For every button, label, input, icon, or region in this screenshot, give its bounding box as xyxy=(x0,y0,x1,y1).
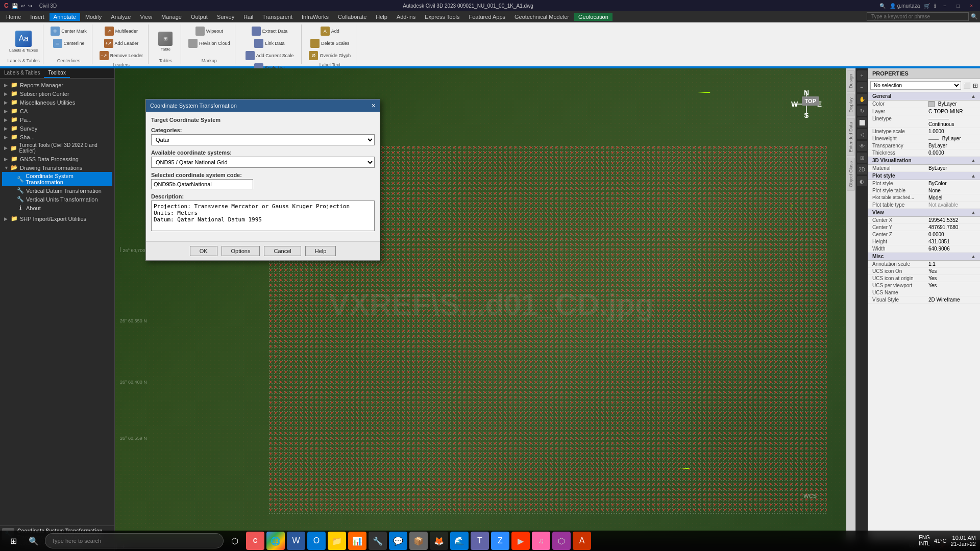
selected-code-input[interactable] xyxy=(151,179,253,189)
sidebar-item-pa[interactable]: ▶ 📁 Pa... xyxy=(2,115,112,124)
sidebar-tab-toolbox[interactable]: Toolbox xyxy=(44,68,69,78)
taskbar-app-app11[interactable]: ⬡ xyxy=(552,532,571,550)
minimize-btn[interactable]: − xyxy=(940,3,949,9)
sidebar-item-shp-import[interactable]: ▶ 📁 SHP Import/Export Utilities xyxy=(2,214,112,223)
taskbar-app-word[interactable]: W xyxy=(287,532,305,550)
taskbar-search-box[interactable]: Type here to search xyxy=(45,533,224,548)
menu-addins[interactable]: Add-ins xyxy=(393,13,420,21)
menu-geotech[interactable]: Geotechnical Modeler xyxy=(510,13,573,21)
prop-section-plot-style[interactable]: Plot style ▲ xyxy=(868,172,980,180)
task-view-btn[interactable]: ⬡ xyxy=(226,532,244,550)
cart-icon[interactable]: 🛒 xyxy=(924,3,930,9)
sidebar-tab-labels[interactable]: Labels & Tables xyxy=(0,68,44,78)
menu-collaborate[interactable]: Collaborate xyxy=(334,13,371,21)
dialog-cancel-btn[interactable]: Cancel xyxy=(264,246,301,256)
side-tab-design[interactable]: Design xyxy=(847,70,855,92)
canvas-tool-pan[interactable]: ✋ xyxy=(857,94,867,104)
canvas-tool-zoom-out[interactable]: − xyxy=(857,82,867,92)
ribbon-btn-remove-leader[interactable]: −↗ Remove Leader xyxy=(97,50,145,61)
ribbon-btn-add-data[interactable]: Extract Data xyxy=(250,26,290,37)
canvas-tool-orbit[interactable]: ↻ xyxy=(857,106,867,116)
taskbar-app-explorer[interactable]: 📁 xyxy=(328,532,346,550)
taskbar-app-outlook[interactable]: O xyxy=(307,532,326,550)
menu-output[interactable]: Output xyxy=(187,13,212,21)
properties-quick-select-btn[interactable]: ⬜ xyxy=(963,82,971,89)
menu-manage[interactable]: Manage xyxy=(157,13,186,21)
dialog-close-btn[interactable]: × xyxy=(372,102,376,110)
taskbar-app-firefox[interactable]: 🦊 xyxy=(430,532,448,550)
sidebar-item-miscell[interactable]: ▶ 📁 Miscellaneous Utilities xyxy=(2,98,112,107)
sidebar-item-coord-transform[interactable]: 🔧 Coordinate System Transformation xyxy=(2,172,112,186)
side-tab-extended-data[interactable]: Extended Data xyxy=(847,118,855,156)
menu-analyze[interactable]: Analyze xyxy=(107,13,135,21)
taskbar-app-zoom[interactable]: Z xyxy=(491,532,509,550)
taskbar-app-app9[interactable]: ▶ xyxy=(511,532,530,550)
prop-section-toggle-3d[interactable]: ▲ xyxy=(971,158,976,163)
ribbon-btn-add-current-scale[interactable]: Add Current Scale xyxy=(243,50,296,61)
menu-transparent[interactable]: Transparent xyxy=(258,13,297,21)
ribbon-search-input[interactable] xyxy=(867,12,969,21)
search-button[interactable]: 🔍 xyxy=(24,532,43,550)
close-btn[interactable]: × xyxy=(967,3,976,9)
sidebar-item-reports[interactable]: ▶ 📁 Reports Manager xyxy=(2,81,112,89)
canvas-tool-extents[interactable]: ⬜ xyxy=(857,117,867,128)
properties-selection-dropdown[interactable]: No selection xyxy=(870,81,961,90)
maximize-btn[interactable]: □ xyxy=(953,3,963,9)
menu-modify[interactable]: Modify xyxy=(81,13,106,21)
sidebar-item-vert-units[interactable]: 🔧 Vertical Units Transformation xyxy=(2,195,112,204)
menu-express[interactable]: Express Tools xyxy=(421,13,463,21)
prop-section-view[interactable]: View ▲ xyxy=(868,209,980,217)
prop-section-toggle-misc[interactable]: ▲ xyxy=(971,254,976,259)
taskbar-app-edge[interactable]: 🌊 xyxy=(450,532,469,550)
categories-select[interactable]: Qatar xyxy=(151,134,375,145)
ribbon-btn-delete-glyph[interactable]: Delete Scales xyxy=(308,38,352,49)
ribbon-btn-multileader[interactable]: ↗ Multileader xyxy=(103,26,140,37)
taskbar-app-app8[interactable]: 📦 xyxy=(409,532,428,550)
menu-insert[interactable]: Insert xyxy=(26,13,48,21)
ribbon-btn-revision-cloud[interactable]: Revision Cloud xyxy=(186,38,232,49)
canvas-tool-previous-view[interactable]: ◁ xyxy=(857,129,867,139)
taskbar-app-app12[interactable]: A xyxy=(573,532,591,550)
quick-access-save[interactable]: 💾 xyxy=(12,3,18,9)
canvas-tool-render[interactable]: ◐ xyxy=(857,176,867,186)
taskbar-app-teams[interactable]: T xyxy=(471,532,489,550)
canvas-tool-2d-3d[interactable]: 2D xyxy=(857,164,867,174)
ribbon-btn-wipeout[interactable]: Wipeout xyxy=(193,26,225,37)
available-cs-select[interactable]: QND95 / Qatar National Grid xyxy=(151,157,375,168)
dialog-ok-btn[interactable]: OK xyxy=(190,246,217,256)
ribbon-btn-override-glyph[interactable]: Ø Override Glyph xyxy=(307,50,353,61)
ribbon-btn-link-data[interactable]: Link Data xyxy=(252,38,286,49)
canvas-tool-viewport-config[interactable]: ⊞ xyxy=(857,153,867,163)
taskbar-app-chrome[interactable]: 🌐 xyxy=(266,532,285,550)
side-tab-object-class[interactable]: Object Class xyxy=(847,158,855,191)
menu-rail[interactable]: Rail xyxy=(239,13,257,21)
ribbon-btn-center-mark[interactable]: ✛ Center Mark xyxy=(48,26,89,37)
properties-select-all-btn[interactable]: ⊞ xyxy=(973,82,978,89)
search-icon[interactable]: 🔍 xyxy=(879,3,886,9)
taskbar-app-app7[interactable]: 💬 xyxy=(389,532,407,550)
quick-access-undo[interactable]: ↩ xyxy=(21,3,25,9)
ribbon-btn-centerline[interactable]: ═ Centerline xyxy=(51,38,87,49)
taskbar-app-app10[interactable]: ♫ xyxy=(532,532,550,550)
sidebar-item-about[interactable]: ℹ About xyxy=(2,204,112,212)
canvas-area[interactable]: N S E W TOP WCS VXREF\S...d01_CD.jpg 26°… xyxy=(115,68,868,540)
prop-section-misc[interactable]: Misc ▲ xyxy=(868,253,980,261)
menu-help[interactable]: Help xyxy=(372,13,391,21)
side-tab-display[interactable]: Display xyxy=(847,94,855,116)
prop-section-toggle-view[interactable]: ▲ xyxy=(971,210,976,215)
sidebar-item-gnss[interactable]: ▶ 📁 GNSS Data Processing xyxy=(2,155,112,163)
canvas-tool-named-views[interactable]: 👁 xyxy=(857,141,867,151)
menu-featured[interactable]: Featured Apps xyxy=(464,13,509,21)
ribbon-btn-table[interactable]: ⊞ Table xyxy=(155,31,176,53)
menu-infraworks[interactable]: InfraWorks xyxy=(298,13,333,21)
description-textarea[interactable] xyxy=(151,201,375,231)
canvas-tool-zoom-in[interactable]: + xyxy=(857,70,867,81)
sidebar-item-vert-datum[interactable]: 🔧 Vertical Datum Transformation xyxy=(2,186,112,195)
taskbar-app-app6[interactable]: 🔧 xyxy=(369,532,387,550)
ribbon-btn-add-leader[interactable]: +↗ Add Leader xyxy=(102,38,141,49)
menu-home[interactable]: Home xyxy=(2,13,25,21)
ribbon-btn-labels-tables[interactable]: Aa Labels & Tables xyxy=(7,30,40,54)
prop-section-toggle-plot[interactable]: ▲ xyxy=(971,173,976,179)
prop-section-general[interactable]: General ▲ xyxy=(868,92,980,101)
quick-access-redo[interactable]: ↪ xyxy=(28,3,32,9)
